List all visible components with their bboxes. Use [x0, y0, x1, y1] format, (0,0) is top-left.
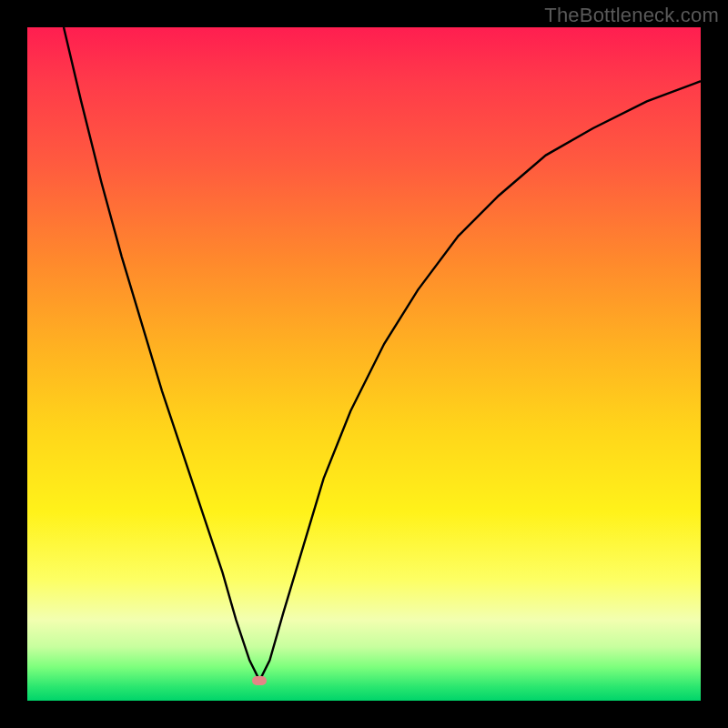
minimum-marker: [252, 676, 267, 685]
plot-area: [27, 27, 701, 701]
curve-path: [64, 27, 701, 681]
watermark-text: TheBottleneck.com: [544, 4, 719, 27]
bottleneck-curve: [27, 27, 701, 701]
chart-frame: TheBottleneck.com: [0, 0, 728, 728]
